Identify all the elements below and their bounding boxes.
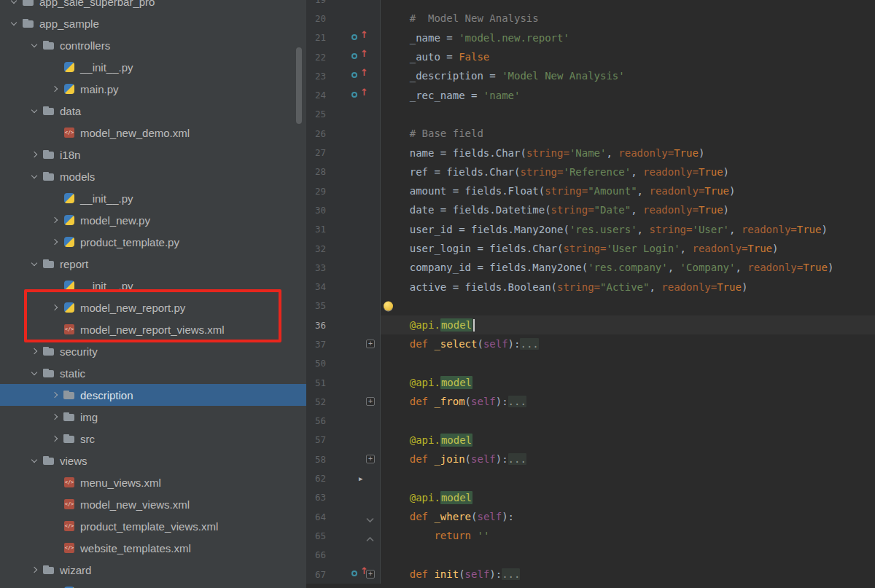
chevron-down-icon[interactable]: [11, 19, 17, 25]
chevron-down-icon[interactable]: [11, 0, 17, 4]
tree-item-product-template-views-xml[interactable]: product_template_views.xml: [0, 515, 306, 537]
chevron-slot[interactable]: [47, 393, 63, 397]
chevron-slot[interactable]: [47, 415, 63, 419]
chevron-right-icon[interactable]: [52, 217, 58, 223]
chevron-slot[interactable]: [26, 152, 42, 157]
chevron-right-icon[interactable]: [52, 86, 58, 92]
chevron-slot[interactable]: [47, 436, 63, 441]
chevron-down-icon[interactable]: [31, 369, 37, 375]
line-number[interactable]: 31: [306, 220, 328, 239]
code-line[interactable]: @api.model: [381, 488, 875, 507]
chevron-slot[interactable]: [26, 263, 42, 265]
code-line[interactable]: company_id = fields.Many2one('res.compan…: [381, 258, 875, 277]
code-line[interactable]: date = fields.Datetime(string="Date", re…: [381, 200, 875, 219]
code-line[interactable]: amount = fields.Float(string="Amount", r…: [381, 181, 875, 200]
chevron-right-icon[interactable]: [52, 414, 58, 420]
line-number[interactable]: 50: [306, 354, 328, 373]
code-line[interactable]: _description = 'Model New Analysis': [381, 66, 875, 85]
tree-item-model-new-views-xml[interactable]: model_new_views.xml: [0, 493, 306, 515]
code-line[interactable]: def _select(self):...: [381, 334, 875, 353]
line-number[interactable]: 19: [306, 0, 328, 9]
tree-item-description[interactable]: description: [0, 384, 306, 406]
tree-item-menu-views-xml[interactable]: menu_views.xml: [0, 471, 306, 493]
override-marker-icon[interactable]: ↑: [351, 71, 369, 81]
tree-item-models[interactable]: models: [0, 165, 306, 187]
fold-region-start-icon[interactable]: [366, 514, 374, 520]
fold-expand-icon[interactable]: +: [366, 455, 375, 463]
code-line[interactable]: def _from(self):...: [381, 392, 875, 411]
chevron-right-icon[interactable]: [31, 152, 37, 157]
tree-item-views[interactable]: views: [0, 450, 306, 471]
line-number[interactable]: 51: [306, 373, 328, 392]
chevron-down-icon[interactable]: [31, 106, 37, 112]
tree-item-init-py[interactable]: __init__.py: [0, 581, 306, 588]
code-line[interactable]: @api.model: [381, 431, 875, 450]
code-line[interactable]: user_login = fields.Char(string='User Lo…: [381, 239, 875, 258]
code-line[interactable]: [381, 0, 875, 9]
override-marker-icon[interactable]: ↑: [351, 52, 369, 62]
line-number[interactable]: 64: [306, 507, 328, 526]
line-number[interactable]: 34: [306, 277, 328, 296]
line-number[interactable]: 27: [306, 143, 328, 162]
fold-region-end-icon[interactable]: [366, 533, 374, 538]
line-number[interactable]: 20: [306, 9, 328, 28]
code-line[interactable]: [381, 546, 875, 565]
line-number[interactable]: 65: [306, 526, 328, 545]
line-number[interactable]: 28: [306, 162, 328, 181]
line-number[interactable]: 22: [306, 47, 328, 66]
chevron-down-icon[interactable]: [31, 172, 37, 178]
code-line[interactable]: return '': [381, 526, 875, 545]
tree-item-data[interactable]: data: [0, 100, 306, 122]
tree-item-controllers[interactable]: controllers: [0, 34, 306, 56]
code-line[interactable]: _auto = False: [381, 47, 875, 66]
chevron-slot[interactable]: [47, 218, 63, 222]
chevron-slot[interactable]: [6, 23, 22, 25]
fold-expand-icon[interactable]: +: [366, 570, 375, 579]
tree-item-app-sample[interactable]: app_sample: [0, 12, 306, 34]
code-line[interactable]: [381, 412, 875, 431]
tree-item-website-templates-xml[interactable]: website_templates.xml: [0, 537, 306, 559]
line-number[interactable]: 63: [306, 488, 328, 507]
chevron-down-icon[interactable]: [31, 259, 37, 265]
line-number[interactable]: 30: [306, 200, 328, 219]
chevron-down-icon[interactable]: [31, 456, 37, 462]
chevron-slot[interactable]: [26, 568, 42, 572]
code-line[interactable]: def _where(self):: [381, 507, 875, 526]
chevron-slot[interactable]: [26, 44, 42, 47]
code-line[interactable]: ref = fields.Char(string='Reference', re…: [381, 162, 875, 181]
intention-bulb-icon[interactable]: [384, 301, 393, 310]
tree-item-product-template-py[interactable]: product_template.py: [0, 231, 306, 253]
code-line[interactable]: def init(self):...: [381, 565, 875, 584]
chevron-slot[interactable]: [26, 372, 42, 375]
line-number[interactable]: 58: [306, 450, 328, 469]
line-number[interactable]: 32: [306, 239, 328, 258]
chevron-right-icon[interactable]: [52, 392, 58, 398]
code-line[interactable]: # Base field: [381, 124, 875, 143]
tree-item-init-py[interactable]: __init__.py: [0, 187, 306, 209]
chevron-slot[interactable]: [47, 87, 63, 91]
line-number[interactable]: 33: [306, 258, 328, 277]
code-line[interactable]: @api.model: [381, 315, 875, 334]
chevron-right-icon[interactable]: [52, 239, 58, 245]
code-line[interactable]: active = fields.Boolean(string="Active",…: [381, 277, 875, 296]
chevron-right-icon[interactable]: [52, 436, 58, 442]
code-line[interactable]: user_id = fields.Many2one('res.users', s…: [381, 220, 875, 239]
line-number[interactable]: 52: [306, 392, 328, 411]
line-number[interactable]: 25: [306, 105, 328, 124]
line-number[interactable]: 24: [306, 85, 328, 104]
tree-item-i18n[interactable]: i18n: [0, 144, 306, 165]
code-line[interactable]: def _join(self):...: [381, 450, 875, 469]
fold-expand-icon[interactable]: +: [366, 340, 375, 348]
code-line[interactable]: [381, 297, 875, 315]
chevron-slot[interactable]: [6, 1, 22, 3]
code-line[interactable]: [381, 105, 875, 124]
tree-item-security[interactable]: security: [0, 340, 306, 362]
tree-item-app-sale-superbar-pro[interactable]: app_sale_superbar_pro: [0, 0, 306, 12]
line-number[interactable]: 66: [306, 546, 328, 565]
line-number[interactable]: 36: [306, 315, 328, 334]
line-number[interactable]: 21: [306, 28, 328, 47]
chevron-slot[interactable]: [26, 460, 42, 462]
line-number[interactable]: 57: [306, 431, 328, 450]
line-number[interactable]: 56: [306, 412, 328, 431]
line-number[interactable]: 62: [306, 469, 328, 487]
